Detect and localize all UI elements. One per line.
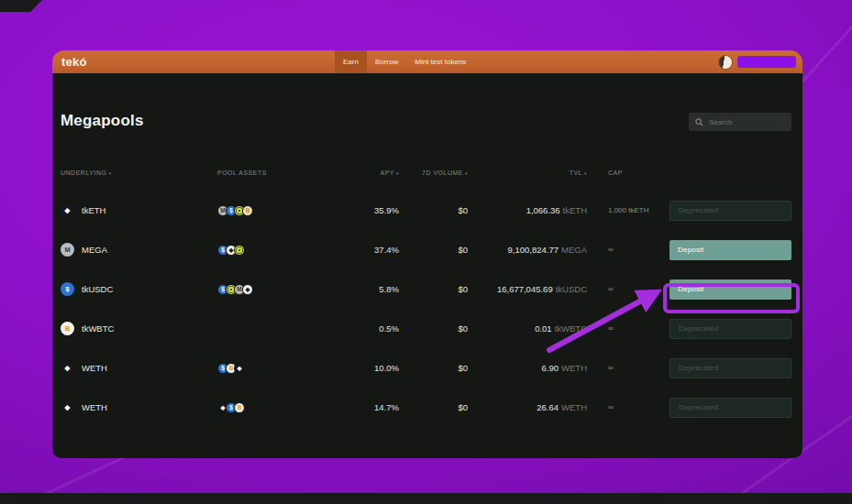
action-cell: Deprecated	[669, 319, 791, 339]
underlying-cell: ◆ WETH	[61, 400, 217, 414]
action-button: Deprecated	[669, 319, 791, 339]
tvl-cell: 26.64WETH	[468, 402, 587, 412]
tvl-cell: 16,677,045.69tkUSDC	[468, 284, 587, 294]
action-button: Deprecated	[669, 358, 791, 378]
pool-assets-cell: $◆	[217, 245, 309, 256]
underlying-token-name: tkUSDC	[82, 284, 113, 294]
pool-assets-cell: $B◆	[217, 363, 309, 374]
action-button: Deprecated	[669, 398, 791, 418]
nav-item-borrow[interactable]: Borrow	[367, 50, 406, 73]
cap-value: ∞	[587, 246, 669, 254]
app-header: tekó Earn Borrow Mint test tokens	[52, 50, 802, 73]
tvl-amount: 1,066.36	[526, 205, 560, 215]
cap-value: ∞	[587, 403, 669, 411]
tvl-unit: tkETH	[563, 205, 587, 215]
apy-value: 0.5%	[309, 323, 399, 334]
tvl-amount: 6.90	[542, 363, 559, 373]
tvl-cell: 1,066.36tkETH	[468, 205, 587, 215]
volume-value: $0	[399, 284, 468, 294]
tvl-cell: 9,100,824.77MEGA	[468, 245, 587, 255]
tvl-amount: 26.64	[537, 402, 559, 412]
underlying-cell: $ tkUSDC	[61, 282, 217, 296]
search-input[interactable]	[707, 117, 785, 127]
action-cell: Deposit	[669, 279, 791, 300]
background-corner-patch	[0, 0, 42, 12]
column-header-apy[interactable]: APY▾	[309, 170, 399, 176]
underlying-token-name: WETH	[82, 363, 107, 373]
cap-value: ∞	[587, 364, 669, 372]
app-logo[interactable]: tekó	[61, 55, 87, 69]
background-bottom-band	[0, 493, 852, 504]
sort-icon: ▾	[396, 170, 399, 176]
underlying-token-name: tkWBTC	[82, 323, 114, 334]
main-nav: Earn Borrow Mint test tokens	[335, 50, 474, 73]
volume-value: $0	[399, 245, 468, 255]
eth-white-coin-icon: ◆	[242, 284, 253, 295]
apy-value: 10.0%	[309, 363, 399, 373]
column-header-tvl[interactable]: TVL▾	[468, 170, 587, 176]
column-header-underlying[interactable]: UNDERLYING▾	[61, 170, 217, 176]
underlying-token-icon: M	[61, 243, 74, 257]
tvl-cell: 0.01tkWBTC	[468, 323, 587, 334]
column-header-7d-volume[interactable]: 7D VOLUME▾	[399, 170, 468, 176]
cap-value: ∞	[587, 285, 669, 293]
table-row: ◆ WETH $B◆ 10.0% $0 6.90WETH ∞ Deprecate…	[61, 348, 791, 388]
nav-item-mint-test-tokens[interactable]: Mint test tokens	[406, 50, 474, 73]
volume-value: $0	[399, 363, 468, 373]
pool-assets-cell: ◆$B	[217, 402, 309, 413]
apy-value: 14.7%	[309, 402, 399, 412]
pool-assets-cell: $M◆	[217, 284, 309, 295]
volume-value: $0	[399, 402, 468, 412]
volume-value: $0	[399, 205, 468, 215]
underlying-token-icon: ◆	[61, 361, 74, 375]
underlying-cell: M MEGA	[61, 243, 217, 257]
desktop-background: tekó Earn Borrow Mint test tokens Megapo…	[0, 0, 852, 504]
sort-icon: ▾	[584, 170, 587, 176]
underlying-token-icon: ◆	[61, 400, 74, 414]
table-header-row: UNDERLYING▾ POOL ASSETS APY▾ 7D VOLUME▾ …	[61, 161, 791, 183]
action-cell: Deprecated	[669, 201, 791, 221]
underlying-cell: ◆ WETH	[61, 361, 217, 375]
action-cell: Deprecated	[669, 358, 791, 378]
underlying-token-icon: ◆	[61, 203, 74, 217]
page-title: Megapools	[61, 112, 144, 130]
search-box[interactable]	[689, 113, 791, 131]
tvl-cell: 6.90WETH	[468, 363, 587, 373]
action-button[interactable]: Deposit	[669, 240, 791, 260]
table-row: M MEGA $◆ 37.4% $0 9,100,824.77MEGA ∞ De…	[61, 230, 791, 269]
underlying-cell: ◆ tkETH	[61, 203, 217, 217]
wallet-address-redacted[interactable]	[737, 56, 796, 68]
underlying-token-name: MEGA	[82, 245, 107, 255]
table-row: ◆ WETH ◆$B 14.7% $0 26.64WETH ∞ Deprecat…	[61, 388, 791, 427]
volume-value: $0	[399, 323, 468, 334]
wallet-widget[interactable]	[718, 50, 796, 73]
underlying-token-icon: $	[61, 282, 74, 296]
underlying-token-icon: B	[61, 322, 74, 335]
underlying-cell: B tkWBTC	[61, 322, 217, 335]
apy-value: 35.9%	[309, 205, 399, 215]
tvl-amount: 16,677,045.69	[497, 284, 553, 294]
action-cell: Deposit	[669, 240, 791, 260]
action-button[interactable]: Deposit	[669, 279, 791, 300]
megapools-table: UNDERLYING▾ POOL ASSETS APY▾ 7D VOLUME▾ …	[61, 161, 791, 427]
wbtc-coin-icon: B	[234, 402, 245, 413]
pool-assets-cell: M$B	[217, 205, 309, 216]
column-header-pool-assets: POOL ASSETS	[217, 170, 309, 176]
tvl-unit: MEGA	[561, 245, 587, 255]
wallet-avatar[interactable]	[718, 55, 733, 70]
action-button: Deprecated	[669, 201, 791, 221]
underlying-token-name: WETH	[82, 402, 107, 412]
apy-value: 5.8%	[309, 284, 399, 294]
nav-item-earn[interactable]: Earn	[335, 50, 367, 73]
table-body: ◆ tkETH M$B 35.9% $0 1,066.36tkETH 1,000…	[61, 191, 791, 427]
tvl-unit: tkWBTC	[555, 323, 587, 334]
cap-value: 1,000 tkETH	[587, 206, 669, 214]
apy-value: 37.4%	[309, 245, 399, 255]
tvl-unit: WETH	[561, 402, 587, 412]
rings-coin-icon	[234, 245, 245, 256]
underlying-token-name: tkETH	[82, 205, 105, 215]
app-content: Megapools UNDERLYING▾ POOL ASSETS APY▾ 7…	[52, 73, 802, 458]
table-row: $ tkUSDC $M◆ 5.8% $0 16,677,045.69tkUSDC…	[61, 269, 791, 309]
cap-value: ∞	[587, 324, 669, 333]
tvl-amount: 9,100,824.77	[508, 245, 559, 255]
